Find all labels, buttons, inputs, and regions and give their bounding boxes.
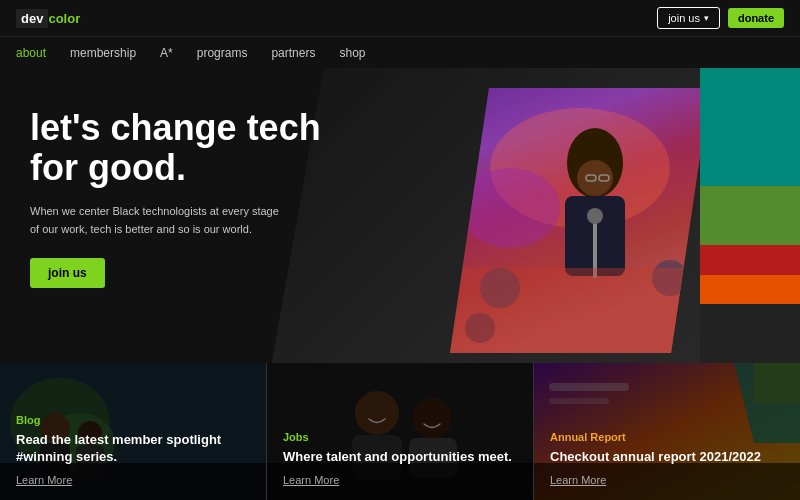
- header: devcolor join us donate: [0, 0, 800, 36]
- hero-join-button[interactable]: join us: [30, 258, 105, 288]
- stripe-red: [700, 245, 800, 275]
- logo-color-text: color: [48, 11, 80, 26]
- card-blog[interactable]: Blog Read the latest member spotlight #w…: [0, 363, 266, 500]
- nav-item-programs[interactable]: programs: [197, 46, 248, 60]
- card-blog-tag: Blog: [16, 414, 250, 426]
- main-nav: about membership A* programs partners sh…: [0, 36, 800, 68]
- svg-point-7: [587, 208, 603, 224]
- logo-dev-text: dev: [16, 9, 48, 28]
- nav-item-astar[interactable]: A*: [160, 46, 173, 60]
- hero-headline: let's change tech for good.: [30, 108, 321, 187]
- card-report-overlay: Annual Report Checkout annual report 202…: [534, 363, 800, 500]
- hero-headline-line1: let's change tech: [30, 107, 321, 148]
- card-jobs[interactable]: Jobs Where talent and opportunities meet…: [266, 363, 533, 500]
- nav-item-membership[interactable]: membership: [70, 46, 136, 60]
- card-report-tag: Annual Report: [550, 431, 784, 443]
- join-us-button[interactable]: join us: [657, 7, 720, 29]
- stripe-dark: [700, 304, 800, 363]
- hero-photo: [450, 88, 710, 353]
- hero-headline-line2: for good.: [30, 147, 186, 188]
- card-jobs-title: Where talent and opportunities meet.: [283, 449, 517, 466]
- stripe-green: [700, 186, 800, 245]
- card-blog-link[interactable]: Learn More: [16, 474, 250, 486]
- nav-item-shop[interactable]: shop: [339, 46, 365, 60]
- person-illustration: [450, 88, 710, 353]
- hero-subtext: When we center Black technologists at ev…: [30, 203, 290, 238]
- card-jobs-tag: Jobs: [283, 431, 517, 443]
- card-report-title: Checkout annual report 2021/2022: [550, 449, 784, 466]
- nav-item-partners[interactable]: partners: [271, 46, 315, 60]
- logo: devcolor: [16, 9, 80, 28]
- stripe-orange: [700, 275, 800, 305]
- stripe-teal: [700, 68, 800, 186]
- card-jobs-overlay: Jobs Where talent and opportunities meet…: [267, 363, 533, 500]
- svg-point-4: [577, 160, 613, 196]
- hero-stripes: [700, 68, 800, 363]
- nav-item-about[interactable]: about: [16, 46, 46, 60]
- hero-section: let's change tech for good. When we cent…: [0, 68, 800, 363]
- hero-photo-bg: [450, 88, 710, 353]
- svg-rect-13: [450, 268, 710, 353]
- card-blog-overlay: Blog Read the latest member spotlight #w…: [0, 363, 266, 500]
- card-jobs-link[interactable]: Learn More: [283, 474, 517, 486]
- card-report-link[interactable]: Learn More: [550, 474, 784, 486]
- donate-button[interactable]: donate: [728, 8, 784, 28]
- hero-content: let's change tech for good. When we cent…: [30, 108, 321, 288]
- card-blog-title: Read the latest member spotlight #winnin…: [16, 432, 250, 466]
- card-report[interactable]: Annual Report Checkout annual report 202…: [533, 363, 800, 500]
- cards-section: Blog Read the latest member spotlight #w…: [0, 363, 800, 500]
- header-actions: join us donate: [657, 7, 784, 29]
